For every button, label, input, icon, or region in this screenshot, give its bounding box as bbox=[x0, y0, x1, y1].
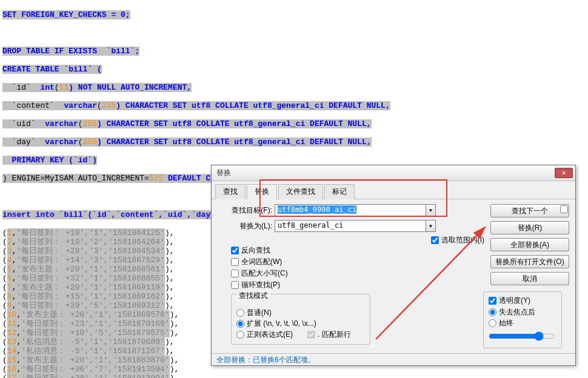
code-line: DROP TABLE IF EXISTS `bill`; bbox=[2, 47, 139, 56]
code-line: CREATE TABLE `bill` ( bbox=[2, 65, 102, 74]
tab-replace[interactable]: 替换 bbox=[247, 184, 277, 199]
transparency-check[interactable]: 透明度(Y) bbox=[489, 296, 556, 306]
dialog-titlebar[interactable]: 替换 ✕ bbox=[212, 165, 575, 181]
find-label: 查找目标(F): bbox=[218, 205, 272, 216]
search-mode-group: 查找模式 普通(N) 扩展 (\n, \r, \t, \0, \x...) 正则… bbox=[231, 294, 370, 345]
find-history-dropdown[interactable]: ▼ bbox=[426, 204, 436, 216]
replace-input[interactable]: utf8_general_ci bbox=[275, 220, 426, 232]
replace-label: 替换为(L): bbox=[218, 221, 272, 231]
transparency-always[interactable]: 始终 bbox=[489, 318, 556, 328]
dialog-title: 替换 bbox=[216, 168, 555, 178]
replace-history-dropdown[interactable]: ▼ bbox=[426, 220, 436, 232]
dialog-tabs: 查找 替换 文件查找 标记 bbox=[212, 181, 575, 199]
transparency-group: 透明度(Y) 失去焦点后 始终 bbox=[483, 291, 562, 348]
code-line: SET FOREIGN_KEY_CHECKS = 0; bbox=[2, 10, 130, 19]
close-icon: ✕ bbox=[561, 170, 566, 176]
cancel-button[interactable]: 取消 bbox=[490, 272, 569, 285]
transparency-onlose[interactable]: 失去焦点后 bbox=[489, 307, 556, 317]
close-button[interactable]: ✕ bbox=[555, 168, 573, 178]
code-line: (17,'每日签到： +38','1','1581913994'), bbox=[2, 374, 586, 378]
find-input[interactable]: utf8mb4_0900_ai_ci bbox=[275, 204, 426, 216]
tab-mark[interactable]: 标记 bbox=[324, 184, 355, 199]
dot-newline-check[interactable]: . 匹配新行 bbox=[307, 330, 351, 340]
replace-dialog: 替换 ✕ 查找 替换 文件查找 标记 查找目标(F): utf8mb4_0900… bbox=[211, 165, 576, 366]
code-line: (16,'每日签到： +36','7','1581913594'), bbox=[2, 365, 586, 374]
replace-all-open-button[interactable]: 替换所有打开文件(O) bbox=[490, 255, 569, 268]
mode-normal[interactable]: 普通(N) bbox=[236, 308, 365, 318]
mode-extended[interactable]: 扩展 (\n, \r, \t, \0, \x...) bbox=[236, 319, 365, 329]
code-line: PRIMARY KEY (`id`) bbox=[2, 156, 97, 165]
transparency-slider[interactable] bbox=[489, 331, 555, 341]
tab-find-in-files[interactable]: 文件查找 bbox=[278, 184, 323, 199]
find-next-button[interactable]: 查找下一个 bbox=[490, 204, 569, 217]
dialog-statusbar: 全部替换：已替换6个匹配项。 bbox=[212, 353, 575, 365]
in-selection-check[interactable]: 选取范围内(I) bbox=[431, 235, 484, 245]
replace-button[interactable]: 替换(R) bbox=[490, 221, 569, 234]
pin-checkbox[interactable] bbox=[560, 205, 568, 213]
mode-regex[interactable]: 正则表达式(E) . 匹配新行 bbox=[236, 330, 365, 340]
tab-find[interactable]: 查找 bbox=[215, 184, 246, 199]
replace-all-button[interactable]: 全部替换(A) bbox=[490, 238, 569, 251]
